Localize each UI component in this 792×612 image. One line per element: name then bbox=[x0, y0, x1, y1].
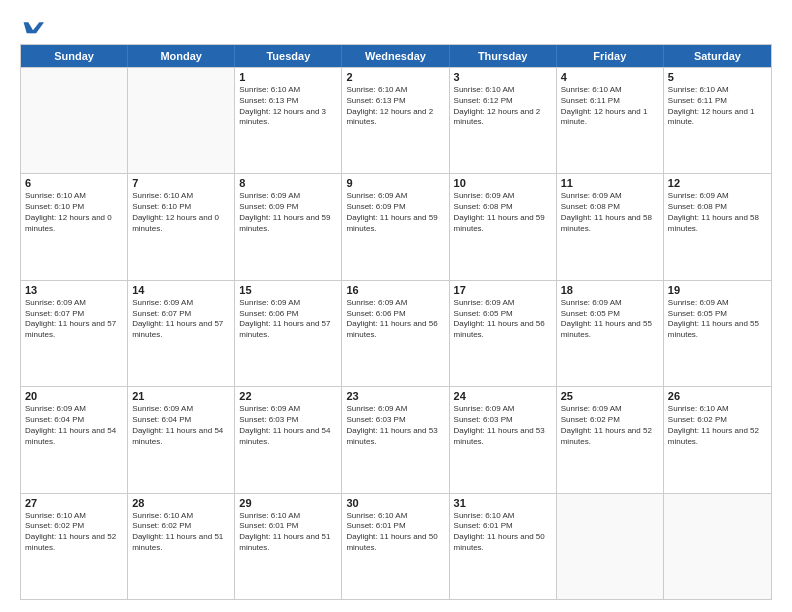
day-number: 18 bbox=[561, 284, 659, 296]
day-info: Sunrise: 6:09 AMSunset: 6:07 PMDaylight:… bbox=[132, 298, 230, 341]
day-info: Sunrise: 6:09 AMSunset: 6:08 PMDaylight:… bbox=[454, 191, 552, 234]
empty-cell bbox=[557, 494, 664, 599]
day-number: 21 bbox=[132, 390, 230, 402]
day-number: 16 bbox=[346, 284, 444, 296]
logo-icon bbox=[22, 18, 44, 36]
day-cell-14: 14Sunrise: 6:09 AMSunset: 6:07 PMDayligh… bbox=[128, 281, 235, 386]
day-info: Sunrise: 6:10 AMSunset: 6:10 PMDaylight:… bbox=[25, 191, 123, 234]
day-info: Sunrise: 6:09 AMSunset: 6:08 PMDaylight:… bbox=[561, 191, 659, 234]
week-row-3: 20Sunrise: 6:09 AMSunset: 6:04 PMDayligh… bbox=[21, 386, 771, 492]
calendar: SundayMondayTuesdayWednesdayThursdayFrid… bbox=[20, 44, 772, 600]
day-number: 6 bbox=[25, 177, 123, 189]
day-cell-4: 4Sunrise: 6:10 AMSunset: 6:11 PMDaylight… bbox=[557, 68, 664, 173]
logo bbox=[20, 18, 44, 34]
day-cell-19: 19Sunrise: 6:09 AMSunset: 6:05 PMDayligh… bbox=[664, 281, 771, 386]
day-info: Sunrise: 6:10 AMSunset: 6:02 PMDaylight:… bbox=[668, 404, 767, 447]
day-number: 7 bbox=[132, 177, 230, 189]
day-info: Sunrise: 6:10 AMSunset: 6:02 PMDaylight:… bbox=[132, 511, 230, 554]
day-number: 14 bbox=[132, 284, 230, 296]
weekday-header-saturday: Saturday bbox=[664, 45, 771, 67]
day-cell-7: 7Sunrise: 6:10 AMSunset: 6:10 PMDaylight… bbox=[128, 174, 235, 279]
day-info: Sunrise: 6:09 AMSunset: 6:09 PMDaylight:… bbox=[239, 191, 337, 234]
day-info: Sunrise: 6:09 AMSunset: 6:07 PMDaylight:… bbox=[25, 298, 123, 341]
page: SundayMondayTuesdayWednesdayThursdayFrid… bbox=[0, 0, 792, 612]
day-number: 11 bbox=[561, 177, 659, 189]
day-info: Sunrise: 6:09 AMSunset: 6:02 PMDaylight:… bbox=[561, 404, 659, 447]
day-number: 29 bbox=[239, 497, 337, 509]
day-number: 2 bbox=[346, 71, 444, 83]
empty-cell bbox=[21, 68, 128, 173]
day-cell-24: 24Sunrise: 6:09 AMSunset: 6:03 PMDayligh… bbox=[450, 387, 557, 492]
day-cell-2: 2Sunrise: 6:10 AMSunset: 6:13 PMDaylight… bbox=[342, 68, 449, 173]
day-number: 3 bbox=[454, 71, 552, 83]
day-cell-30: 30Sunrise: 6:10 AMSunset: 6:01 PMDayligh… bbox=[342, 494, 449, 599]
weekday-header-wednesday: Wednesday bbox=[342, 45, 449, 67]
day-number: 12 bbox=[668, 177, 767, 189]
day-number: 28 bbox=[132, 497, 230, 509]
day-number: 19 bbox=[668, 284, 767, 296]
day-cell-18: 18Sunrise: 6:09 AMSunset: 6:05 PMDayligh… bbox=[557, 281, 664, 386]
day-cell-3: 3Sunrise: 6:10 AMSunset: 6:12 PMDaylight… bbox=[450, 68, 557, 173]
day-number: 10 bbox=[454, 177, 552, 189]
day-cell-17: 17Sunrise: 6:09 AMSunset: 6:05 PMDayligh… bbox=[450, 281, 557, 386]
day-cell-1: 1Sunrise: 6:10 AMSunset: 6:13 PMDaylight… bbox=[235, 68, 342, 173]
day-info: Sunrise: 6:09 AMSunset: 6:04 PMDaylight:… bbox=[132, 404, 230, 447]
day-cell-28: 28Sunrise: 6:10 AMSunset: 6:02 PMDayligh… bbox=[128, 494, 235, 599]
day-number: 5 bbox=[668, 71, 767, 83]
day-info: Sunrise: 6:09 AMSunset: 6:09 PMDaylight:… bbox=[346, 191, 444, 234]
day-number: 8 bbox=[239, 177, 337, 189]
day-info: Sunrise: 6:10 AMSunset: 6:10 PMDaylight:… bbox=[132, 191, 230, 234]
calendar-header: SundayMondayTuesdayWednesdayThursdayFrid… bbox=[21, 45, 771, 67]
calendar-body: 1Sunrise: 6:10 AMSunset: 6:13 PMDaylight… bbox=[21, 67, 771, 599]
day-cell-22: 22Sunrise: 6:09 AMSunset: 6:03 PMDayligh… bbox=[235, 387, 342, 492]
day-info: Sunrise: 6:10 AMSunset: 6:12 PMDaylight:… bbox=[454, 85, 552, 128]
weekday-header-tuesday: Tuesday bbox=[235, 45, 342, 67]
day-info: Sunrise: 6:10 AMSunset: 6:13 PMDaylight:… bbox=[346, 85, 444, 128]
day-number: 22 bbox=[239, 390, 337, 402]
day-info: Sunrise: 6:09 AMSunset: 6:03 PMDaylight:… bbox=[239, 404, 337, 447]
day-info: Sunrise: 6:09 AMSunset: 6:06 PMDaylight:… bbox=[346, 298, 444, 341]
day-number: 15 bbox=[239, 284, 337, 296]
day-cell-21: 21Sunrise: 6:09 AMSunset: 6:04 PMDayligh… bbox=[128, 387, 235, 492]
day-info: Sunrise: 6:10 AMSunset: 6:01 PMDaylight:… bbox=[239, 511, 337, 554]
weekday-header-monday: Monday bbox=[128, 45, 235, 67]
day-number: 17 bbox=[454, 284, 552, 296]
week-row-1: 6Sunrise: 6:10 AMSunset: 6:10 PMDaylight… bbox=[21, 173, 771, 279]
day-cell-5: 5Sunrise: 6:10 AMSunset: 6:11 PMDaylight… bbox=[664, 68, 771, 173]
day-cell-29: 29Sunrise: 6:10 AMSunset: 6:01 PMDayligh… bbox=[235, 494, 342, 599]
day-cell-15: 15Sunrise: 6:09 AMSunset: 6:06 PMDayligh… bbox=[235, 281, 342, 386]
day-number: 31 bbox=[454, 497, 552, 509]
day-info: Sunrise: 6:09 AMSunset: 6:05 PMDaylight:… bbox=[561, 298, 659, 341]
logo-text bbox=[20, 18, 44, 36]
day-number: 25 bbox=[561, 390, 659, 402]
header bbox=[20, 18, 772, 34]
day-info: Sunrise: 6:09 AMSunset: 6:06 PMDaylight:… bbox=[239, 298, 337, 341]
day-info: Sunrise: 6:10 AMSunset: 6:11 PMDaylight:… bbox=[561, 85, 659, 128]
day-cell-16: 16Sunrise: 6:09 AMSunset: 6:06 PMDayligh… bbox=[342, 281, 449, 386]
day-info: Sunrise: 6:09 AMSunset: 6:03 PMDaylight:… bbox=[346, 404, 444, 447]
day-number: 23 bbox=[346, 390, 444, 402]
week-row-0: 1Sunrise: 6:10 AMSunset: 6:13 PMDaylight… bbox=[21, 67, 771, 173]
day-info: Sunrise: 6:10 AMSunset: 6:02 PMDaylight:… bbox=[25, 511, 123, 554]
day-number: 30 bbox=[346, 497, 444, 509]
empty-cell bbox=[128, 68, 235, 173]
empty-cell bbox=[664, 494, 771, 599]
day-info: Sunrise: 6:09 AMSunset: 6:03 PMDaylight:… bbox=[454, 404, 552, 447]
day-number: 27 bbox=[25, 497, 123, 509]
day-cell-26: 26Sunrise: 6:10 AMSunset: 6:02 PMDayligh… bbox=[664, 387, 771, 492]
day-number: 4 bbox=[561, 71, 659, 83]
day-number: 24 bbox=[454, 390, 552, 402]
week-row-2: 13Sunrise: 6:09 AMSunset: 6:07 PMDayligh… bbox=[21, 280, 771, 386]
day-info: Sunrise: 6:10 AMSunset: 6:13 PMDaylight:… bbox=[239, 85, 337, 128]
day-cell-25: 25Sunrise: 6:09 AMSunset: 6:02 PMDayligh… bbox=[557, 387, 664, 492]
day-info: Sunrise: 6:09 AMSunset: 6:08 PMDaylight:… bbox=[668, 191, 767, 234]
day-cell-10: 10Sunrise: 6:09 AMSunset: 6:08 PMDayligh… bbox=[450, 174, 557, 279]
day-cell-27: 27Sunrise: 6:10 AMSunset: 6:02 PMDayligh… bbox=[21, 494, 128, 599]
day-cell-12: 12Sunrise: 6:09 AMSunset: 6:08 PMDayligh… bbox=[664, 174, 771, 279]
day-cell-6: 6Sunrise: 6:10 AMSunset: 6:10 PMDaylight… bbox=[21, 174, 128, 279]
day-number: 26 bbox=[668, 390, 767, 402]
day-cell-8: 8Sunrise: 6:09 AMSunset: 6:09 PMDaylight… bbox=[235, 174, 342, 279]
weekday-header-sunday: Sunday bbox=[21, 45, 128, 67]
day-cell-9: 9Sunrise: 6:09 AMSunset: 6:09 PMDaylight… bbox=[342, 174, 449, 279]
day-info: Sunrise: 6:09 AMSunset: 6:05 PMDaylight:… bbox=[454, 298, 552, 341]
